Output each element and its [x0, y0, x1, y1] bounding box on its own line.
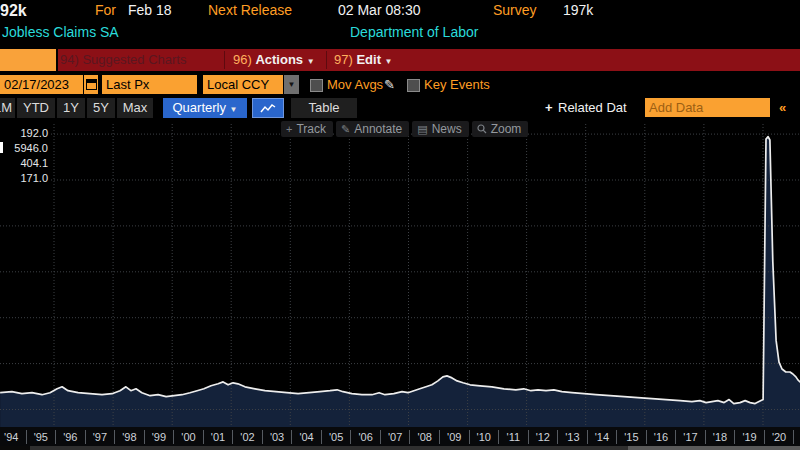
edit-num: 97)	[334, 52, 353, 67]
key-events-checkbox[interactable]	[407, 79, 420, 92]
legend-last-value: 192.0	[0, 126, 48, 141]
header-row: 92k For Feb 18 Next Release 02 Mar 08:30…	[0, 2, 800, 23]
legend-high-value: 5946.0	[0, 141, 48, 156]
x-axis-label: '01	[203, 430, 233, 444]
x-axis: '94'95'96'97'98'99'00'01'02'03'04'05'06'…	[0, 427, 800, 446]
x-axis-label: '99	[144, 430, 174, 444]
x-axis-label: '17	[675, 430, 705, 444]
chart-plot-area[interactable]	[0, 124, 800, 427]
table-button[interactable]: Table	[291, 98, 357, 118]
next-release-label: Next Release	[208, 2, 292, 18]
actions-label: Actions	[255, 52, 303, 67]
legend-series-marker	[0, 142, 3, 153]
edit-caret-icon: ▼	[385, 57, 393, 66]
calendar-icon	[86, 79, 97, 90]
range-bar: 1M YTD 1Y 5Y Max Quarterly ▼ Table + Rel…	[0, 98, 800, 121]
x-axis-label: '98	[114, 430, 144, 444]
pencil-icon[interactable]: ✎	[384, 77, 395, 92]
track-button[interactable]: + Track	[281, 121, 333, 137]
suggested-charts-num: 94)	[60, 52, 79, 67]
x-axis-label: '09	[439, 430, 469, 444]
x-axis-label: '97	[85, 430, 115, 444]
mov-avgs-label: Mov Avgs	[327, 77, 383, 92]
x-axis-label: '20	[764, 430, 794, 444]
x-axis-label: '06	[350, 430, 380, 444]
actions-caret-icon: ▼	[307, 57, 315, 66]
legend-average-value: 404.1	[0, 156, 48, 171]
calendar-button[interactable]	[84, 75, 98, 94]
period-selector[interactable]: Quarterly ▼	[163, 98, 247, 118]
bloomberg-chart-window: 92k For Feb 18 Next Release 02 Mar 08:30…	[0, 0, 800, 450]
survey-label: Survey	[493, 2, 537, 18]
zoom-button[interactable]: Zoom	[472, 121, 529, 137]
chart-legend-values: 192.0 5946.0 404.1 171.0	[0, 126, 50, 186]
suggested-charts-label: Suggested Charts	[82, 52, 186, 67]
magnifier-icon	[477, 124, 487, 134]
add-data-input[interactable]: Add Data	[645, 98, 770, 117]
x-axis-label: '07	[380, 430, 410, 444]
range-ytd-button[interactable]: YTD	[17, 98, 55, 118]
track-label: Track	[296, 122, 326, 136]
period-selector-value: Quarterly	[172, 100, 225, 115]
menubar: 94) Suggested Charts 96) Actions ▼ 97) E…	[0, 49, 800, 71]
x-axis-label: '16	[646, 430, 676, 444]
x-axis-label: '12	[528, 430, 558, 444]
range-1y-button[interactable]: 1Y	[57, 98, 85, 118]
security-row: Jobless Claims SA Department of Labor	[0, 24, 800, 45]
price-field-input[interactable]: Last Px	[102, 75, 197, 94]
scrollbar-track[interactable]	[0, 446, 800, 450]
line-chart-icon	[260, 103, 276, 114]
plus-icon: +	[545, 100, 553, 115]
x-axis-label: '04	[291, 430, 321, 444]
scrollbar-thumb[interactable]	[628, 446, 800, 450]
range-1m-button[interactable]: 1M	[0, 98, 15, 118]
x-axis-label: '11	[498, 430, 528, 444]
news-button[interactable]: ▤ News	[412, 121, 468, 137]
mov-avgs-checkbox[interactable]	[310, 79, 323, 92]
x-axis-label: '18	[705, 430, 735, 444]
actions-menu[interactable]: 96) Actions ▼	[233, 52, 315, 67]
security-name: Jobless Claims SA	[2, 24, 119, 40]
last-price: 92k	[0, 2, 27, 20]
range-max-button[interactable]: Max	[117, 98, 153, 118]
x-axis-label: '95	[26, 430, 56, 444]
x-axis-label: '00	[173, 430, 203, 444]
x-axis-label: '94	[0, 430, 26, 444]
crosshair-icon: +	[286, 123, 292, 135]
date-input[interactable]: 02/17/2023	[0, 75, 83, 94]
legend-low-value: 171.0	[0, 171, 48, 186]
control-row: 02/17/2023 Last Px Local CCY ▼ Mov Avgs …	[0, 75, 800, 96]
x-axis-label: '14	[587, 430, 617, 444]
for-label: For	[95, 2, 116, 18]
actions-num: 96)	[233, 52, 252, 67]
edit-menu[interactable]: 97) Edit ▼	[334, 52, 393, 67]
collapse-panel-icon[interactable]: «	[779, 100, 786, 115]
menubar-orange-tab[interactable]	[0, 49, 58, 71]
related-data-label[interactable]: Related Dat	[558, 100, 627, 115]
x-axis-label: '02	[232, 430, 262, 444]
suggested-charts-menu[interactable]: 94) Suggested Charts	[60, 52, 187, 67]
scrollbar-range[interactable]	[30, 446, 628, 450]
chevron-down-icon: ▼	[288, 80, 296, 89]
survey-value: 197k	[563, 2, 593, 18]
chart-type-button[interactable]	[252, 98, 284, 118]
menubar-divider	[224, 51, 225, 69]
currency-field-input[interactable]: Local CCY	[203, 75, 283, 94]
zoom-label: Zoom	[491, 122, 522, 136]
annotate-label: Annotate	[354, 122, 402, 136]
x-axis-label: '10	[469, 430, 499, 444]
range-5y-button[interactable]: 5Y	[87, 98, 115, 118]
period-caret-icon: ▼	[230, 105, 238, 114]
security-source: Department of Labor	[350, 24, 478, 40]
news-label: News	[432, 122, 462, 136]
x-axis-label: '05	[321, 430, 351, 444]
next-release-value: 02 Mar 08:30	[338, 2, 421, 18]
x-axis-label: '15	[616, 430, 646, 444]
x-axis-label: '13	[557, 430, 587, 444]
x-axis-label: '08	[409, 430, 439, 444]
for-value: Feb 18	[128, 2, 172, 18]
annotate-button[interactable]: ✎ Annotate	[336, 121, 409, 137]
menubar-divider	[326, 51, 327, 69]
currency-dropdown-button[interactable]: ▼	[284, 75, 299, 94]
key-events-label: Key Events	[424, 77, 490, 92]
